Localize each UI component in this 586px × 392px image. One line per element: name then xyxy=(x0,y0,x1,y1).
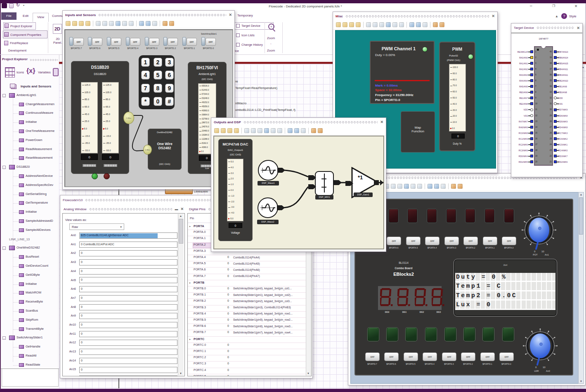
svg-text:*1: *1 xyxy=(358,174,363,181)
svg-text:10: 10 xyxy=(543,366,546,369)
svg-text:0: 0 xyxy=(534,250,536,253)
svg-text:10: 10 xyxy=(541,250,544,253)
svg-text:0: 0 xyxy=(535,366,537,369)
